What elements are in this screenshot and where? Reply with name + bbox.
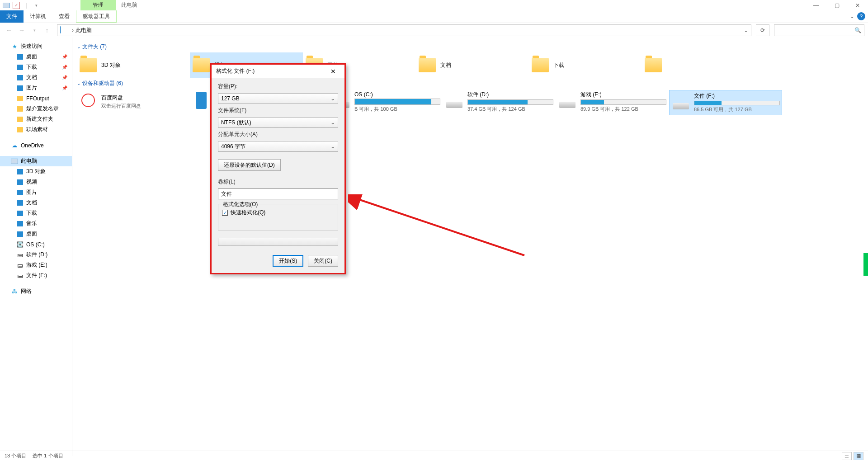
sidebar-drive-f[interactable]: 🖴文件 (F:) (0, 270, 72, 281)
up-button[interactable]: ↑ (42, 25, 52, 36)
tab-file[interactable]: 文件 (0, 10, 24, 23)
quick-access-toolbar: ✓ | ▾ (0, 2, 40, 9)
scroll-indicator[interactable] (863, 253, 868, 276)
group-folders-header[interactable]: ⌄文件夹 (7) (72, 41, 868, 52)
group-devices-header[interactable]: ⌄设备和驱动器 (6) (72, 78, 868, 89)
sidebar-drive-c[interactable]: 💽OS (C:) (0, 239, 72, 249)
drive-icon (671, 92, 690, 111)
sidebar-ffoutput[interactable]: FFOutput (0, 93, 72, 104)
tab-drive-tools[interactable]: 驱动器工具 (76, 10, 117, 23)
sidebar-pictures[interactable]: 图片📌 (0, 83, 72, 93)
sidebar-downloads2[interactable]: 下载 (0, 208, 72, 218)
chevron-down-icon: ⌄ (330, 95, 335, 102)
sidebar-music[interactable]: 音乐 (0, 218, 72, 229)
sidebar-documents2[interactable]: 文档 (0, 198, 72, 208)
drive-c[interactable]: OS (C:)B 可用，共 100 GB (330, 89, 443, 114)
sidebar-pictures2[interactable]: 图片 (0, 187, 72, 198)
minimize-button[interactable]: — (806, 0, 826, 10)
folder-3dobjects[interactable]: 3D 对象 (77, 52, 190, 78)
documents-icon (16, 74, 24, 81)
capacity-select[interactable]: 127 GB⌄ (218, 93, 338, 104)
format-options-legend: 格式化选项(O) (221, 201, 259, 208)
sidebar-onedrive[interactable]: ☁OneDrive (0, 140, 72, 151)
tab-computer[interactable]: 计算机 (24, 10, 52, 23)
close-dialog-button[interactable]: 关闭(C) (308, 255, 338, 267)
desktop-icon (16, 53, 24, 61)
pc-icon (60, 27, 67, 34)
volume-label-input[interactable]: 文件 (218, 188, 338, 199)
refresh-button[interactable]: ⟳ (756, 24, 769, 36)
video-icon (16, 179, 24, 186)
sidebar-3dobjects[interactable]: 3D 对象 (0, 166, 72, 177)
address-dropdown-icon[interactable]: ⌄ (744, 27, 748, 33)
title-bar: ✓ | ▾ 管理 此电脑 — ▢ ✕ (0, 0, 868, 10)
sidebar-newfolder[interactable]: 新建文件夹 (0, 114, 72, 124)
drive-baidu[interactable]: 百度网盘双击运行百度网盘 (77, 89, 190, 114)
help-icon[interactable]: ? (857, 12, 865, 20)
search-box[interactable]: 🔍 (774, 24, 864, 36)
usage-bar (580, 99, 666, 105)
documents-icon (16, 199, 24, 207)
allocation-select[interactable]: 4096 字节⌄ (218, 141, 338, 152)
drive-icon (558, 91, 577, 110)
download-icon (16, 64, 24, 71)
sidebar-downloads[interactable]: 下载📌 (0, 62, 72, 72)
capacity-label: 容量(P): (218, 83, 338, 90)
usage-bar (694, 101, 780, 105)
sidebar-desktop2[interactable]: 桌面 (0, 229, 72, 239)
dialog-close-button[interactable]: ✕ (326, 68, 340, 75)
forward-button[interactable]: → (16, 25, 27, 36)
chevron-down-icon: ⌄ (77, 44, 80, 49)
sidebar-desktop[interactable]: 桌面📌 (0, 52, 72, 62)
quick-format-checkbox[interactable]: ✓ 快速格式化(Q) (222, 209, 334, 217)
video-folder-icon (192, 56, 211, 75)
sidebar-network[interactable]: 🖧网络 (0, 286, 72, 297)
sidebar-jobmaterial[interactable]: 职场素材 (0, 124, 72, 135)
maximize-button[interactable]: ▢ (826, 0, 847, 10)
close-button[interactable]: ✕ (847, 0, 868, 10)
sidebar-drive-d[interactable]: 🖴软件 (D:) (0, 249, 72, 260)
folder-documents[interactable]: 文档 (416, 52, 529, 78)
music-folder-icon (644, 56, 663, 75)
contextual-tab-manage[interactable]: 管理 (80, 0, 116, 10)
ribbon-tabs: 文件 计算机 查看 驱动器工具 ⌄ ? (0, 10, 868, 23)
filesystem-select[interactable]: NTFS (默认)⌄ (218, 117, 338, 128)
details-view-button[interactable]: ☰ (842, 452, 852, 460)
folder-music[interactable] (642, 52, 755, 78)
pictures-icon (16, 189, 24, 196)
ribbon-collapse-icon[interactable]: ⌄ (850, 13, 854, 19)
tab-view[interactable]: 查看 (52, 10, 76, 23)
onedrive-icon: ☁ (11, 142, 18, 149)
folder-icon (16, 105, 24, 113)
sidebar-quick-access[interactable]: ★快速访问 (0, 41, 72, 52)
folder-downloads[interactable]: 下载 (529, 52, 642, 78)
sidebar-media[interactable]: 媒介宣发名录 (0, 104, 72, 114)
drive-icon (445, 91, 464, 110)
pictures-icon (16, 85, 24, 92)
address-bar[interactable]: › 此电脑 ⌄ (57, 24, 751, 36)
sidebar-drive-e[interactable]: 🖴游戏 (E:) (0, 260, 72, 270)
sidebar-documents[interactable]: 文档📌 (0, 72, 72, 83)
drive-icon: 🖴 (16, 262, 24, 269)
sidebar-videos[interactable]: 视频 (0, 177, 72, 187)
restore-defaults-button[interactable]: 还原设备的默认值(D) (218, 159, 281, 171)
tiles-view-button[interactable]: ▦ (854, 452, 863, 460)
format-dialog: 格式化 文件 (F:) ✕ 容量(P): 127 GB⌄ 文件系统(F) NTF… (210, 63, 346, 274)
chevron-down-icon: ⌄ (330, 143, 335, 150)
filesystem-label: 文件系统(F) (218, 107, 338, 114)
navigation-bar: ← → ▾ ↑ › 此电脑 ⌄ ⟳ 🔍 (0, 23, 868, 38)
drive-d[interactable]: 软件 (D:)37.4 GB 可用，共 124 GB (443, 89, 556, 114)
drive-f[interactable]: 文件 (F:)86.5 GB 可用，共 127 GB (669, 90, 782, 115)
qat-dropdown-icon[interactable]: ▾ (33, 2, 40, 9)
start-button[interactable]: 开始(S) (273, 255, 303, 267)
qat-checkbox-icon[interactable]: ✓ (13, 2, 20, 9)
dialog-titlebar[interactable]: 格式化 文件 (F:) ✕ (212, 65, 344, 78)
dialog-footer: 开始(S) 关闭(C) (212, 250, 344, 273)
back-button[interactable]: ← (4, 25, 14, 36)
recent-dropdown[interactable]: ▾ (29, 25, 40, 36)
breadcrumb-location[interactable]: 此电脑 (75, 27, 92, 34)
sidebar-thispc[interactable]: 此电脑 (0, 156, 72, 166)
download-folder-icon (531, 56, 550, 75)
folder-icon (16, 95, 24, 102)
drive-e[interactable]: 游戏 (E:)89.9 GB 可用，共 122 GB (556, 89, 669, 114)
